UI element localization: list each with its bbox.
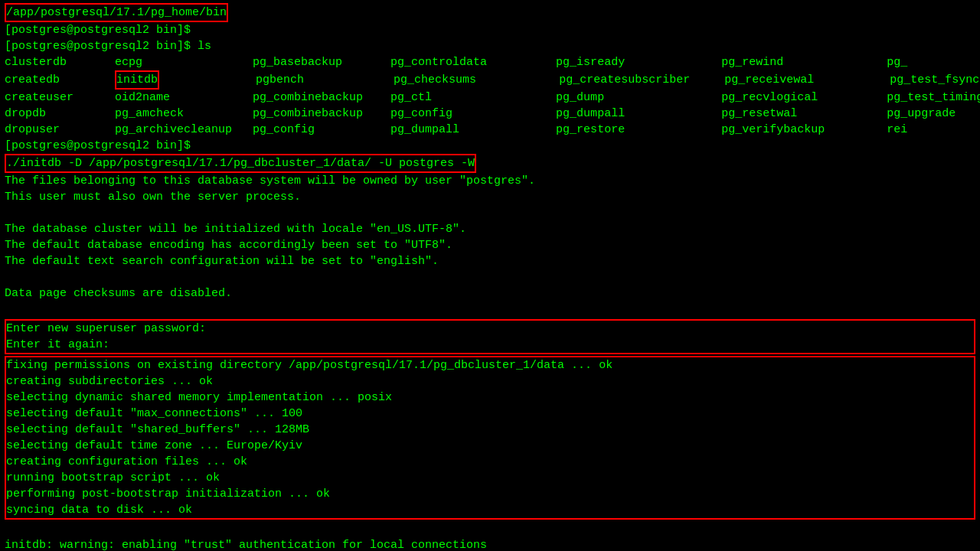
output-line-6: selecting default time zone ... Europe/K… xyxy=(6,438,974,454)
ls-row-1: clusterdb ecpg pg_basebackup pg_controld… xyxy=(5,54,975,70)
init-output-block: fixing permissions on existing directory… xyxy=(5,356,975,520)
output-line-5: selecting default "shared_buffers" ... 1… xyxy=(6,422,974,438)
output-line-3: selecting dynamic shared memory implemen… xyxy=(6,390,974,406)
info-line-3 xyxy=(5,205,975,221)
password-prompt-line-1: Enter new superuser password: xyxy=(6,321,974,337)
info-line-5: The default database encoding has accord… xyxy=(5,237,975,253)
path-line: /app/postgresql/17.1/pg_home/bin xyxy=(5,3,975,22)
warning-line-1: initdb: warning: enabling "trust" authen… xyxy=(5,537,975,551)
terminal: /app/postgresql/17.1/pg_home/bin [postgr… xyxy=(0,0,980,551)
info-line-1: The files belonging to this database sys… xyxy=(5,173,975,189)
info-line-6: The default text search configuration wi… xyxy=(5,253,975,269)
blank-line-1 xyxy=(5,521,975,537)
ls-row-5: dropuser pg_archivecleanup pg_config pg_… xyxy=(5,122,975,138)
info-line-7 xyxy=(5,269,975,285)
info-line-4: The database cluster will be initialized… xyxy=(5,221,975,237)
output-line-4: selecting default "max_connections" ... … xyxy=(6,406,974,422)
info-line-8: Data page checksums are disabled. xyxy=(5,285,975,302)
initdb-highlight: initdb xyxy=(115,70,159,90)
path-highlight: /app/postgresql/17.1/pg_home/bin xyxy=(5,3,228,22)
password-prompt-block: Enter new superuser password: Enter it a… xyxy=(5,319,975,354)
ls-row-2: createdb initdb pgbench pg_checksums pg_… xyxy=(5,70,975,90)
output-line-9: performing post-bootstrap initialization… xyxy=(6,486,974,502)
password-prompt-line-2: Enter it again: xyxy=(6,337,974,353)
initdb-command-highlight: ./initdb -D /app/postgresql/17.1/pg_dbcl… xyxy=(5,154,476,173)
output-line-7: creating configuration files ... ok xyxy=(6,454,974,470)
ls-command-line: [postgres@postgresql2 bin]$ ls xyxy=(5,38,975,54)
ls-row-4: dropdb pg_amcheck pg_combinebackup pg_co… xyxy=(5,106,975,122)
prompt-line-2: [postgres@postgresql2 bin]$ xyxy=(5,138,975,154)
info-line-9 xyxy=(5,302,975,318)
ls-row-3: createuser oid2name pg_combinebackup pg_… xyxy=(5,90,975,106)
output-line-2: creating subdirectories ... ok xyxy=(6,373,974,390)
info-line-2: This user must also own the server proce… xyxy=(5,189,975,205)
output-line-10: syncing data to disk ... ok xyxy=(6,502,974,518)
prompt-line-1: [postgres@postgresql2 bin]$ xyxy=(5,22,975,38)
output-line-1: fixing permissions on existing directory… xyxy=(6,357,974,373)
output-line-8: running bootstrap script ... ok xyxy=(6,470,974,486)
initdb-command-line: ./initdb -D /app/postgresql/17.1/pg_dbcl… xyxy=(5,154,975,173)
